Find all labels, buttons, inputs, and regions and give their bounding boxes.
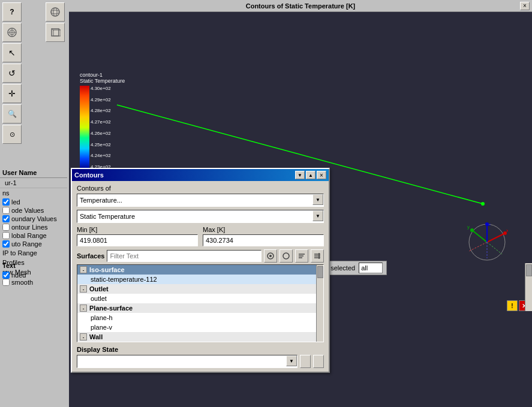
outlet-group-label: Outlet — [89, 285, 109, 293]
auto-range-label: uto Range — [11, 240, 42, 248]
dialog-minimize-btn[interactable]: ▼ — [295, 171, 305, 179]
display-state-btn1[interactable] — [300, 355, 311, 368]
collapse-btn-plane[interactable]: - — [80, 305, 87, 312]
warning-icon[interactable]: ! — [507, 300, 518, 311]
global-range-checkbox[interactable] — [2, 232, 10, 239]
surface-group-header-iso[interactable]: - Iso-surface — [77, 265, 323, 275]
led-checkbox[interactable] — [2, 198, 10, 206]
help-button[interactable]: ? — [2, 2, 22, 22]
svg-point-7 — [470, 228, 474, 232]
min-max-row: Min [K] Max [K] — [77, 226, 324, 246]
contours-dialog: Contours ▼ ▲ × Contours of Temperature..… — [71, 168, 330, 373]
user-name-value: ur-1 — [0, 178, 67, 188]
axis-indicator: x y z — [466, 221, 508, 263]
global-range-label: lobal Range — [11, 232, 47, 239]
surfaces-label: Surfaces — [77, 252, 104, 260]
sidebar-text-label: Text nded smooth — [0, 261, 67, 287]
dialog-title: Contours — [74, 171, 104, 179]
colorbar-label-6: 4.24e+02 — [91, 153, 111, 158]
colorbar-title2: Static Temperature — [80, 78, 125, 84]
auto-range-checkbox[interactable] — [2, 240, 10, 248]
surface-group-header-plane[interactable]: - Plane-surface — [77, 303, 323, 313]
surface-item-plane-h[interactable]: plane-h — [77, 313, 323, 322]
selected-all-input[interactable] — [359, 263, 383, 273]
surfaces-section: Surfaces — [77, 249, 324, 342]
dialog-titlebar: Contours ▼ ▲ × — [72, 169, 329, 181]
surface-group-header-wall[interactable]: - Wall — [77, 332, 323, 342]
led-label: led — [11, 198, 20, 206]
max-input[interactable] — [203, 234, 324, 246]
colorbar: contour-1 Static Temperature 4.30e+02 4.… — [80, 72, 125, 170]
svg-point-21 — [53, 8, 57, 16]
surface-group-header-outlet[interactable]: - Outlet — [77, 284, 323, 294]
boundary-values-checkbox[interactable] — [2, 215, 10, 222]
options-label: ns — [0, 188, 67, 198]
display-state-btn2[interactable] — [313, 355, 324, 368]
selected-info-bar: 0 selected — [321, 261, 387, 275]
svg-text:y: y — [467, 224, 470, 230]
viewport-close-btn[interactable]: × — [520, 2, 530, 10]
display-state-dropdown[interactable] — [77, 355, 297, 368]
svg-text:z: z — [488, 222, 491, 227]
svg-point-19 — [51, 8, 59, 16]
svg-point-20 — [51, 10, 59, 14]
surfaces-select-all-btn[interactable] — [264, 249, 277, 263]
min-input[interactable] — [77, 234, 198, 246]
viewport-titlebar: Contours of Static Temperature [K] × — [69, 0, 532, 12]
svg-point-27 — [269, 255, 272, 257]
plane-group-label: Plane-surface — [89, 305, 133, 312]
dialog-restore-btn[interactable]: ▲ — [306, 171, 315, 179]
display-state-section: Display State ▼ — [77, 346, 324, 368]
colorbar-labels: 4.30e+02 4.29e+02 4.28e+02 4.27e+02 4.26… — [91, 86, 111, 170]
colorbar-label-1: 4.29e+02 — [91, 97, 111, 102]
node-values-checkbox[interactable] — [2, 207, 10, 214]
viewport-title: Contours of Static Temperature [K] — [246, 2, 356, 10]
smooth-checkbox[interactable] — [2, 279, 10, 286]
svg-point-1 — [481, 202, 485, 206]
secondary-dropdown[interactable]: Static Temperature — [77, 210, 324, 223]
colorbar-title1: contour-1 — [80, 72, 125, 78]
contour-lines-checkbox[interactable] — [2, 224, 10, 231]
pan-btn[interactable]: ✛ — [2, 84, 22, 103]
surfaces-list[interactable]: - Iso-surface static-temperature-112 - O… — [77, 264, 324, 342]
max-group: Max [K] — [203, 226, 324, 246]
list-vscrollbar[interactable] — [316, 265, 323, 342]
svg-line-12 — [469, 242, 487, 251]
sidebar-item-ip-to-range[interactable]: IP to Range — [0, 248, 67, 258]
contours-of-dropdown[interactable]: Temperature... — [77, 194, 324, 207]
list-scrollbar-area — [525, 263, 532, 311]
svg-line-6 — [472, 230, 487, 242]
collapse-btn-outlet[interactable]: - — [80, 285, 87, 293]
surface-item-plane-v[interactable]: plane-v — [77, 322, 323, 332]
colorbar-label-4: 4.26e+02 — [91, 131, 111, 136]
left-toolbar: ? — [0, 0, 69, 407]
select-cursor-btn[interactable]: ↖ — [2, 43, 22, 62]
surfaces-filter-input[interactable] — [107, 250, 262, 262]
surface-item-outlet[interactable]: outlet — [77, 294, 323, 303]
zoom-btn[interactable]: 🔍 — [2, 104, 22, 123]
wall-group-label: Wall — [89, 333, 103, 340]
zoom-box-btn[interactable]: ⊙ — [2, 125, 22, 144]
node-values-label: ode Values — [11, 207, 44, 214]
view-button[interactable] — [2, 23, 22, 42]
svg-text:x: x — [506, 228, 508, 233]
banded-checkbox[interactable] — [2, 272, 10, 279]
max-label: Max [K] — [203, 226, 324, 233]
display-state-label: Display State — [77, 346, 324, 353]
box-toolbar-btn[interactable] — [46, 23, 65, 42]
surfaces-options-btn[interactable] — [311, 249, 324, 263]
collapse-btn-wall[interactable]: - — [80, 333, 87, 340]
surfaces-deselect-btn[interactable] — [279, 249, 293, 263]
sphere-toolbar-btn[interactable] — [46, 2, 65, 22]
surface-group-outlet: - Outlet outlet — [77, 284, 323, 303]
banded-label: nded — [11, 272, 26, 279]
surfaces-sort-btn[interactable] — [295, 249, 308, 263]
rotate-btn[interactable]: ↺ — [2, 64, 22, 83]
boundary-values-label: oundary Values — [11, 215, 57, 222]
surface-group-wall: - Wall — [77, 332, 323, 342]
colorbar-label-3: 4.27e+02 — [91, 119, 111, 125]
dialog-close-btn[interactable]: × — [317, 171, 326, 179]
user-name-label: User Name — [0, 168, 67, 178]
surface-item-static-temp[interactable]: static-temperature-112 — [77, 275, 323, 284]
collapse-btn-iso[interactable]: - — [80, 266, 87, 273]
